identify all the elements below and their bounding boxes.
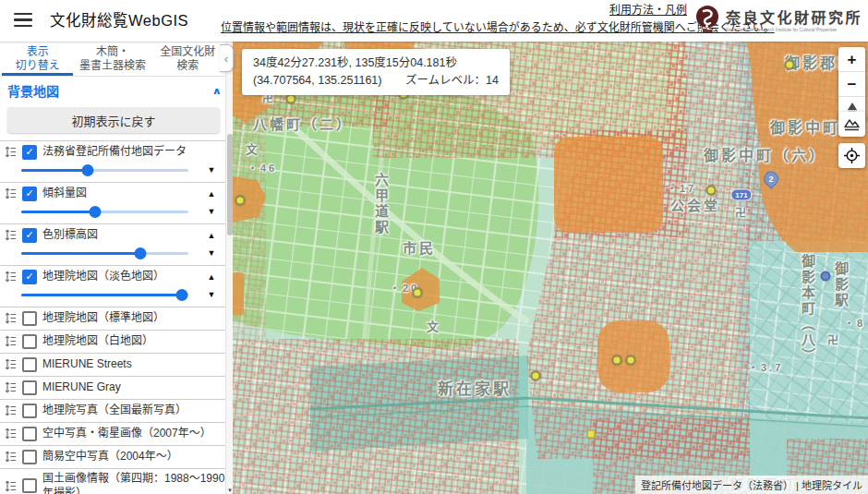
map-blue-dot-marker[interactable] [821,271,831,282]
slider-thumb[interactable] [175,289,187,301]
scrollbar-thumb[interactable] [227,134,233,235]
institute-logo[interactable]: 奈良文化財研究所 Nara National Research Institut… [693,4,862,35]
locate-target-icon [843,147,861,164]
reorder-handle-icon[interactable] [5,480,17,492]
reorder-handle-icon[interactable] [5,381,17,393]
sidebar-collapse-button[interactable]: ‹ [220,44,234,72]
opacity-slider[interactable] [21,211,188,213]
map-labels: 八幡町（二）卍文・46六甲道駅市民・20文・17公会堂卍御影中町御影中町（六）御… [233,42,868,494]
opacity-slider[interactable] [21,169,188,172]
layer-move-down-button[interactable]: ▼ [198,290,225,299]
layer-row: ✓傾斜量図▲▼ [0,183,225,224]
logo-subtitle: Nara National Research Institute for Cul… [726,28,838,32]
reset-view-button[interactable]: 初期表示に戻す [7,107,220,133]
layer-label: MIERUNE Streets [42,356,225,371]
layer-checkbox[interactable] [22,478,37,493]
terrain-button[interactable] [838,112,865,137]
map-place-label: 御影中町 [770,115,840,138]
sidebar-scrollbar[interactable]: ▼ [225,42,233,494]
sidebar-tab-3[interactable]: 全国文化財検索 [151,42,225,76]
reorder-handle-icon[interactable] [5,335,17,347]
reorder-handle-icon[interactable] [5,428,17,440]
section-title: 背景地図 [7,81,59,100]
layer-move-up-button[interactable]: ▲ [198,231,225,240]
layer-checkbox[interactable]: ✓ [22,228,37,243]
map-dot-marker[interactable] [235,196,246,206]
header: 文化財総覧WebGIS 位置情報や範囲情報は、現状を正確に反映していない場合があ… [0,0,868,42]
layer-list: ✓法務省登記所備付地図データ▼✓傾斜量図▲▼✓色別標高図▲▼✓地理院地図（淡色地… [0,140,225,494]
layer-label: 法務省登記所備付地図データ [42,144,225,159]
layer-checkbox[interactable] [22,427,37,441]
layer-row: ✓地理院地図（淡色地図）▲▼ [0,266,225,307]
chevron-up-icon[interactable]: ∧ [211,85,222,96]
layer-row: 地理院写真（全国最新写真） [0,400,225,423]
layer-checkbox[interactable] [22,334,37,349]
layer-checkbox[interactable] [22,380,37,395]
layer-label: 地理院地図（標準地図） [42,310,225,325]
layer-label: 地理院地図（淡色地図） [42,269,192,283]
layer-label: 色別標高図 [42,227,192,242]
zoom-out-button[interactable]: − [838,72,865,97]
layer-move-down-button[interactable]: ▼ [198,207,225,216]
map-place-label: 文 [246,139,260,157]
menu-icon[interactable] [14,13,32,28]
layer-checkbox[interactable]: ✓ [22,145,37,160]
slider-thumb[interactable] [89,206,101,218]
reorder-handle-icon[interactable] [5,358,17,370]
reorder-handle-icon[interactable] [5,187,17,199]
reorder-handle-icon[interactable] [5,451,17,463]
map-place-label: 六甲道駅 [371,173,391,235]
zoom-in-button[interactable]: + [838,47,865,72]
map-dot-marker[interactable] [413,288,423,298]
opacity-slider[interactable] [21,252,188,255]
reorder-handle-icon[interactable] [5,229,17,241]
slider-thumb[interactable] [134,247,146,259]
map-dot-marker[interactable] [785,60,795,70]
reorder-handle-icon[interactable] [5,312,17,324]
layer-move-down-button[interactable]: ▼ [198,165,225,175]
layer-checkbox[interactable] [22,311,37,326]
layer-row: 国土画像情報（第四期：1988～1990年撮影） [0,469,225,494]
layer-row: 簡易空中写真（2004年～） [0,446,225,469]
mountains-icon [843,115,861,133]
map-place-label: 卍 [735,204,749,220]
layer-checkbox[interactable]: ✓ [22,270,37,284]
layer-label: 地理院地図（白地図） [42,333,225,348]
coordinate-display: 34度42分27.231秒, 135度15分04.181秒 (34.707564… [242,49,510,95]
layer-move-up-button[interactable]: ▲ [198,189,225,199]
usage-link[interactable]: 利用方法・凡例 [609,1,687,17]
layer-row: 地理院地図（標準地図） [0,307,225,331]
notice-text: 位置情報や範囲情報は、現状を正確に反映していない場合があるため、必ず文化財所管機… [221,18,775,34]
layer-move-down-button[interactable]: ▼ [198,248,225,258]
reorder-handle-icon[interactable] [5,146,17,158]
map-square-marker[interactable] [587,430,596,439]
map-zoom-controls: +− [838,47,865,122]
map-dot-marker[interactable] [531,371,541,381]
layer-row: MIERUNE Streets [0,354,225,377]
reorder-handle-icon[interactable] [5,404,17,416]
coordinates-dms: 34度42分27.231秒, 135度15分04.181秒 [253,54,499,72]
layer-label: 簡易空中写真（2004年～） [42,449,225,464]
layer-checkbox[interactable] [22,450,37,464]
layer-checkbox[interactable] [22,357,37,372]
geolocate-button[interactable] [838,143,865,168]
map-place-label: ・17 [667,180,696,195]
coordinates-decimal: (34.707564, 135.251161) [253,74,381,87]
layer-move-up-button[interactable]: ▲ [198,272,225,282]
reorder-handle-icon[interactable] [5,271,17,283]
layer-checkbox[interactable]: ✓ [22,187,37,201]
map-dot-marker[interactable] [626,355,636,366]
map-dot-marker[interactable] [612,355,622,366]
map-attribution[interactable]: 登記所備付地図データ（法務省） | 地理院タイル [635,476,868,494]
slider-thumb[interactable] [82,164,94,176]
map-route-marker[interactable]: 171 [730,189,752,201]
sidebar-tab-2[interactable]: 木簡・墨書土器検索 [75,42,150,76]
layer-checkbox[interactable] [22,404,37,418]
sidebar-tab-1[interactable]: 表示切り替え [0,42,75,76]
map-dot-marker[interactable] [706,186,717,196]
map-canvas[interactable]: 八幡町（二）卍文・46六甲道駅市民・20文・17公会堂卍御影中町御影中町（六）御… [233,42,868,494]
opacity-slider[interactable] [21,294,188,296]
scrollbar-down-arrow-icon[interactable]: ▼ [226,488,234,493]
map-dot-marker[interactable] [286,94,296,104]
map-pin-marker[interactable]: 2 [761,168,782,189]
